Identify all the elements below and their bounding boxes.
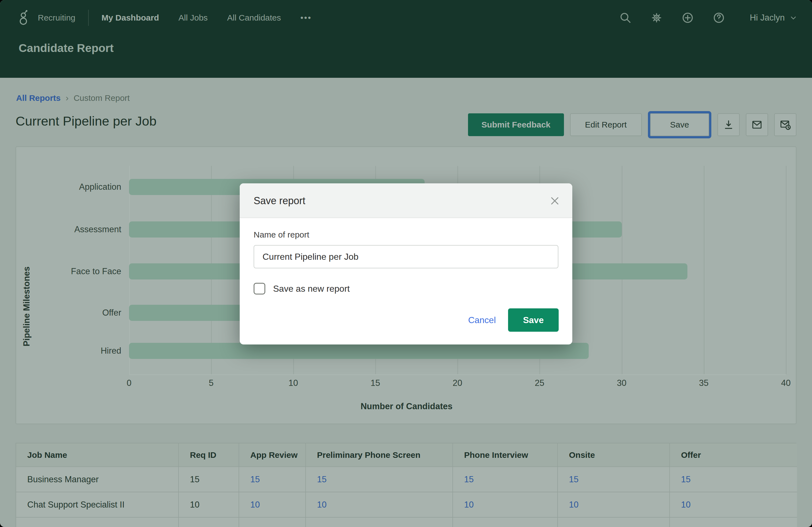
cancel-button[interactable]: Cancel	[468, 315, 496, 325]
close-icon[interactable]	[549, 195, 561, 207]
modal-title: Save report	[253, 183, 305, 218]
name-of-report-label: Name of report	[253, 230, 309, 240]
modal-header: Save report	[240, 183, 572, 218]
app-window: Recruiting My Dashboard All Jobs All Can…	[0, 0, 812, 527]
save-as-new-checkbox[interactable]	[253, 283, 265, 295]
modal-actions: Cancel Save	[253, 308, 559, 332]
save-report-modal: Save report Name of report Save as new r…	[240, 183, 572, 345]
save-as-new-label: Save as new report	[273, 284, 350, 294]
modal-save-button[interactable]: Save	[508, 308, 559, 332]
report-name-input[interactable]	[253, 245, 559, 268]
save-as-new-row[interactable]: Save as new report	[253, 283, 350, 295]
